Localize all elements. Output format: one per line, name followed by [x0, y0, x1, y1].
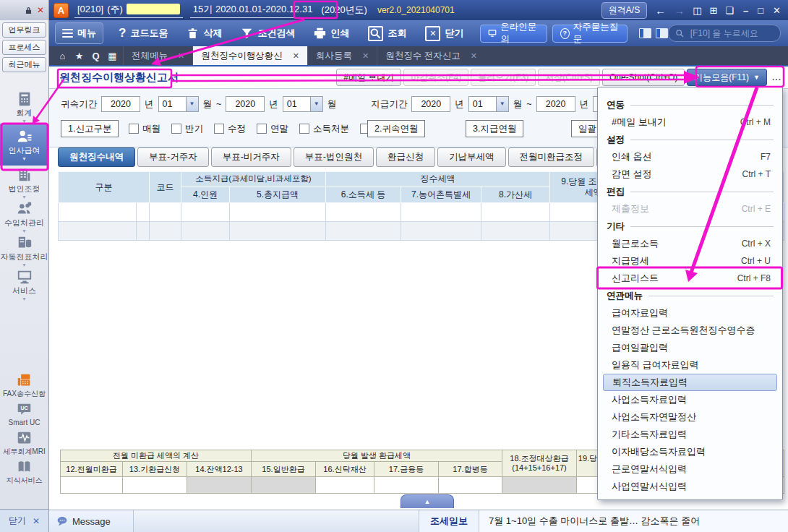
cell[interactable] [137, 222, 150, 241]
cell[interactable] [481, 222, 550, 241]
menu-item-reduction-setting[interactable]: 감면 설정Ctrl + T [598, 166, 782, 183]
print-button[interactable]: 인쇄 [307, 23, 356, 43]
corner-close-icon[interactable]: ✕ [37, 6, 44, 14]
view-tab-annex-nonresident[interactable]: 부표-비거주자 [211, 147, 291, 167]
pay-from-month-select[interactable]: 01▼ [468, 96, 509, 112]
menu-item-retirement-income-entry[interactable]: 퇴직소득자료입력 [603, 374, 777, 391]
menu-item-earned-yearend-form[interactable]: 근로연말서식입력 [598, 460, 782, 478]
cell[interactable] [150, 203, 181, 222]
one-shot-button[interactable]: One-Shot(Ctrl+O) [602, 69, 685, 86]
attr-from-year-input[interactable]: 2020 [101, 96, 140, 112]
split-view-icon[interactable]: ◫ [693, 5, 701, 16]
close-window-icon[interactable]: ✕ [773, 5, 781, 16]
checkbox-icon[interactable] [171, 124, 181, 134]
sidebar-item-client-mgmt[interactable]: 수임처관리 ▼ [0, 200, 48, 233]
delete-button[interactable]: 삭제 [180, 23, 228, 43]
pay-to-year-input[interactable]: 2020 [536, 96, 575, 112]
condition-search-button[interactable]: 조건검색 [234, 23, 301, 43]
menu-item-report-list[interactable]: 신고리스트Ctrl + F8 [598, 270, 782, 287]
collapse-panel-button[interactable]: ▲ [401, 494, 454, 508]
menu-item-mail-send[interactable]: #메일 보내기Ctrl + M [598, 113, 782, 131]
checkbox-icon[interactable] [129, 124, 139, 134]
menu-item-salary-batch-entry[interactable]: 급여일괄입력 [598, 339, 782, 356]
checkbox-amend[interactable]: 수정 [214, 123, 246, 135]
sidebar-item-smart-uc[interactable]: UC Smart UC [0, 400, 48, 429]
tile-view-icon[interactable]: ⊞ [709, 5, 717, 16]
sidebar-close[interactable]: 닫기 ✕ [0, 509, 48, 532]
tab-withholding-report[interactable]: 원천징수이행상황신✕ [192, 46, 307, 65]
view-tab-refund-request[interactable]: 환급신청 [376, 147, 435, 167]
menu-item-print-options[interactable]: 인쇄 옵션F7 [598, 148, 782, 166]
fiscal-segment[interactable]: 15기 2020.01.01-2020.12.31 [190, 3, 316, 18]
faq-button[interactable]: ? 자주묻는질문 [552, 25, 628, 43]
tab-close-icon[interactable]: ✕ [471, 51, 477, 61]
tab-company-register[interactable]: 회사등록✕ [307, 46, 377, 65]
code-help-button[interactable]: ? 코드도움 [112, 23, 174, 43]
attr-from-month-select[interactable]: 01▼ [158, 96, 199, 112]
attr-to-year-input[interactable]: 2020 [226, 96, 265, 112]
function-menu-button[interactable]: 기능모음(F11) ▼ [687, 69, 767, 86]
global-search-input[interactable] [689, 27, 774, 39]
forward-arrow-icon[interactable]: → [674, 4, 685, 17]
cell[interactable] [401, 222, 481, 241]
cell[interactable] [181, 203, 230, 222]
view-tab-annex-resident[interactable]: 부표-거주자 [137, 147, 209, 167]
checkbox-income-disposal[interactable]: 소득처분 [299, 123, 349, 135]
close-button[interactable]: ✕ 닫기 [419, 23, 470, 43]
attr-to-month-select[interactable]: 01▼ [283, 96, 323, 112]
global-search[interactable] [668, 25, 781, 42]
view-tab-withholding-detail[interactable]: 원천징수내역 [58, 147, 135, 167]
menu-item-payment-statement[interactable]: 지급명세Ctrl + U [598, 252, 782, 270]
tab-withholding-efile[interactable]: 원천징수 전자신고✕ [377, 46, 485, 65]
menu-item-business-yearend[interactable]: 사업소득자연말정산 [598, 408, 782, 426]
tab-close-icon[interactable]: ✕ [293, 51, 299, 61]
menu-item-other-income-entry[interactable]: 기타소득자료입력 [598, 426, 782, 443]
sidebar-item-corporate-adjust[interactable]: 법인조정 ▼ [0, 166, 48, 200]
sidebar-item-knowledge[interactable]: 지식서비스 [0, 458, 48, 486]
news-ticker[interactable]: 7월 1~10일 수출 마이너스로 출발… 감소폭은 줄어 [479, 510, 788, 532]
layout-icon-1[interactable] [639, 28, 651, 38]
cell[interactable] [123, 477, 187, 494]
favorite-icon[interactable]: ★ [72, 51, 87, 61]
company-segment[interactable]: [0210] (주) [74, 3, 183, 18]
checkbox-icon[interactable] [299, 124, 309, 134]
tab-full-menu[interactable]: 전체메뉴✕ [123, 46, 192, 65]
layout-icon-2[interactable] [656, 28, 668, 38]
view-tab-prev-unrefunded[interactable]: 전월미환급조정 [508, 147, 595, 167]
cell[interactable] [61, 477, 123, 494]
tab-close-icon[interactable]: ✕ [362, 51, 369, 61]
more-button[interactable]: ... [769, 72, 784, 82]
view-tab-prepaid-tax[interactable]: 기납부세액 [437, 147, 506, 167]
sidebar-button-process[interactable]: 프로세스 [2, 40, 46, 55]
mail-send-button[interactable]: #메일 보내기 [336, 69, 401, 86]
sidebar-item-fax[interactable]: FAX송수신함 [0, 371, 48, 400]
minimize-icon[interactable]: – [743, 5, 748, 16]
maximize-icon[interactable]: □ [758, 5, 763, 16]
cell[interactable] [326, 222, 401, 241]
inquiry-button[interactable]: 조회 [361, 23, 413, 43]
sidebar-item-accounting[interactable]: 회계 ▼ [0, 90, 48, 124]
cell[interactable] [316, 477, 374, 494]
checkbox-monthly[interactable]: 매월 [129, 123, 160, 135]
cascade-view-icon[interactable]: ❏ [725, 5, 734, 16]
checkbox-icon[interactable] [214, 124, 224, 134]
message-button[interactable]: Message [49, 510, 134, 532]
view-tab-annex-corporate[interactable]: 부표-법인원천 [294, 147, 374, 167]
sidebar-item-auto-voucher[interactable]: 자동전표처리 ▼ [0, 233, 48, 267]
calendar-icon[interactable]: ▦ [105, 51, 120, 61]
sidebar-item-tax-mri[interactable]: 세무회계MRI [0, 429, 48, 458]
menu-item-interest-dividend-entry[interactable]: 이자배당소득자료입력 [598, 443, 782, 460]
checkbox-yearend[interactable]: 연말 [257, 123, 288, 135]
home-icon[interactable]: ⌂ [55, 51, 70, 61]
sidebar-item-payroll[interactable]: 인사급여 ▼ [0, 124, 48, 166]
menu-item-business-yearend-form[interactable]: 사업연말서식입력 [598, 478, 782, 495]
cell[interactable] [230, 203, 326, 222]
cell[interactable] [181, 222, 230, 241]
cell[interactable] [401, 203, 481, 222]
cell[interactable] [150, 222, 181, 241]
cell[interactable] [230, 222, 326, 241]
menu-item-business-income-entry[interactable]: 사업소득자료입력 [598, 391, 782, 408]
checkbox-halfyear[interactable]: 반기 [171, 123, 203, 135]
cell[interactable] [374, 477, 439, 494]
sidebar-button-recent[interactable]: 최근메뉴 [2, 57, 46, 72]
